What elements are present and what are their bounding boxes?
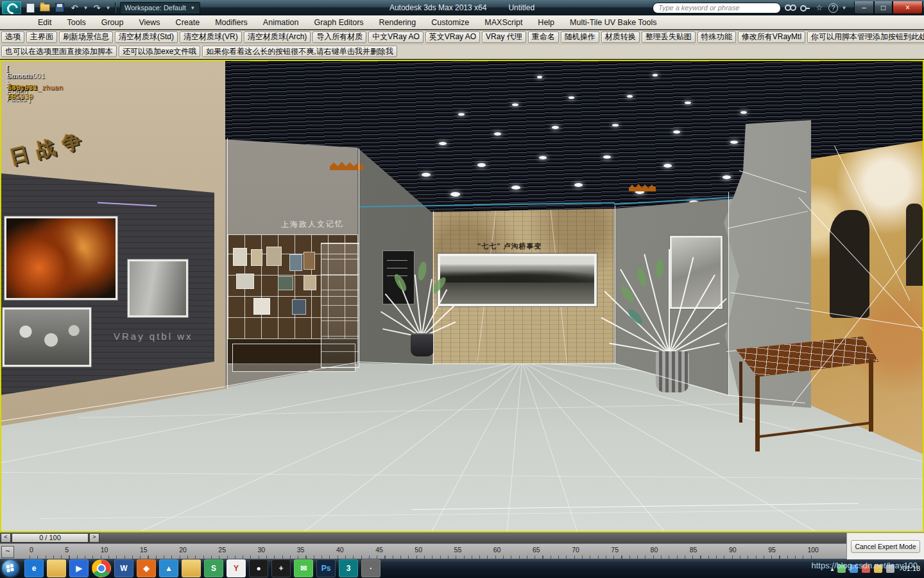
redo-caret-icon[interactable]: ▾ bbox=[105, 4, 111, 11]
undo-icon: ↶ bbox=[71, 3, 78, 13]
mini-curve-editor-icon[interactable]: ~ bbox=[1, 546, 14, 558]
mural-figure bbox=[830, 210, 869, 318]
maximize-button[interactable]: □ bbox=[874, 1, 893, 14]
timeline-tick: 10 bbox=[101, 546, 108, 554]
menu-rendering[interactable]: Rendering bbox=[372, 17, 424, 28]
menu-edit[interactable]: Edit bbox=[31, 17, 59, 28]
taskbar-icon-app-black-2[interactable]: + bbox=[271, 559, 291, 577]
help-icon[interactable]: ? bbox=[828, 3, 838, 13]
ceiling-light bbox=[539, 156, 547, 159]
next-frame-button[interactable]: > bbox=[89, 533, 99, 543]
close-button[interactable]: × bbox=[893, 1, 923, 14]
tb-refresh-scene-info[interactable]: 刷新场景信息 bbox=[59, 31, 113, 43]
menu-tools[interactable]: Tools bbox=[60, 17, 93, 28]
wireframe-line bbox=[359, 148, 359, 362]
tb-cn-vray-ao[interactable]: 中文VRay AO bbox=[368, 31, 423, 43]
tb-import-all-materials[interactable]: 导入所有材质 bbox=[312, 31, 366, 43]
ceiling-light bbox=[730, 141, 738, 144]
save-file-button[interactable] bbox=[53, 2, 66, 13]
tb-random-ops[interactable]: 随机操作 bbox=[561, 31, 599, 43]
tb-delete-hint[interactable]: 如果你看着这么长的按钮很不爽,请右键单击我并删除我 bbox=[202, 46, 397, 57]
help-caret-icon[interactable]: ▾ bbox=[841, 4, 847, 11]
timeline-tick: 30 bbox=[258, 546, 266, 554]
menu-customize[interactable]: Customize bbox=[424, 17, 476, 28]
taskbar-icon-explorer-folder[interactable] bbox=[47, 559, 66, 577]
track-bar[interactable]: ~ 0 5 10 15 20 25 30 35 40 45 50 55 60 6… bbox=[0, 543, 847, 559]
tb-main-ui[interactable]: 主界面 bbox=[26, 31, 57, 43]
stats-fps-value: 69.939 bbox=[8, 92, 33, 102]
workspace-dropdown[interactable]: Workspace: Default ▾ bbox=[120, 2, 200, 14]
potted-plant-right bbox=[619, 246, 718, 392]
open-file-button[interactable] bbox=[38, 2, 51, 13]
timeline-tick: 5 bbox=[65, 546, 69, 554]
taskbar-icon-photoshop[interactable]: Ps bbox=[316, 559, 336, 577]
timeline-tick: 75 bbox=[611, 546, 619, 554]
menu-animation[interactable]: Animation bbox=[256, 17, 306, 28]
taskbar-icon-3dsmax[interactable]: 3 bbox=[339, 559, 358, 577]
undo-caret-icon[interactable]: ▾ bbox=[83, 4, 89, 11]
taskbar-icon-wechat[interactable]: ✉ bbox=[294, 559, 313, 577]
book bbox=[278, 276, 293, 290]
menu-views[interactable]: Views bbox=[132, 17, 167, 28]
timeline-tick: 45 bbox=[375, 546, 383, 554]
taskbar-icon-app-gray[interactable]: · bbox=[361, 559, 381, 577]
tb-special-functions[interactable]: 特殊功能 bbox=[697, 31, 736, 43]
search-input[interactable] bbox=[653, 3, 781, 13]
wireframe-line bbox=[433, 211, 434, 364]
timeline-tick: 100 bbox=[807, 546, 819, 554]
tb-en-vray-ao[interactable]: 英文VRay AO bbox=[425, 31, 480, 43]
menu-group[interactable]: Group bbox=[94, 17, 131, 28]
tb-rename[interactable]: 重命名 bbox=[528, 31, 559, 43]
camera-viewport[interactable]: 日战争 上海政人文记忆 "七七" 卢沟桥事变 bbox=[0, 60, 924, 532]
separator bbox=[115, 3, 116, 13]
sign-in-key-icon[interactable] bbox=[799, 3, 810, 13]
new-file-button[interactable] bbox=[24, 2, 37, 13]
taskbar-icon-media-player[interactable]: ▶ bbox=[69, 559, 89, 577]
menu-create[interactable]: Create bbox=[169, 17, 207, 28]
taskbar-icon-word[interactable]: W bbox=[114, 559, 133, 577]
prev-frame-button[interactable]: < bbox=[1, 533, 11, 543]
start-button[interactable] bbox=[2, 560, 19, 577]
tb-options[interactable]: 选项 bbox=[1, 31, 24, 43]
undo-button[interactable]: ↶ bbox=[68, 2, 81, 13]
taskbar-icon-ie[interactable]: e bbox=[24, 559, 44, 577]
taskbar-icon-folder[interactable] bbox=[182, 559, 201, 577]
taskbar-icon-app-black[interactable]: ● bbox=[249, 559, 268, 577]
3dsmax-app-logo[interactable] bbox=[2, 1, 21, 14]
wireframe-line bbox=[227, 138, 228, 389]
timeline-tick: 25 bbox=[218, 546, 226, 554]
menu-help[interactable]: Help bbox=[531, 17, 561, 28]
search-binoculars-icon[interactable] bbox=[784, 3, 796, 13]
minimize-button[interactable]: – bbox=[854, 1, 874, 14]
plant-leaf bbox=[669, 257, 694, 354]
tb-options-hint[interactable]: 也可以在选项里面直接添加脚本 bbox=[1, 46, 117, 57]
favorites-star-icon[interactable]: ☆ bbox=[814, 3, 825, 13]
taskbar-icon-chrome[interactable] bbox=[92, 559, 111, 577]
tb-exe-hint[interactable]: 还可以添加exe文件哦 bbox=[119, 46, 200, 57]
tb-clear-material-std[interactable]: 清空材质球(Std) bbox=[115, 31, 178, 43]
taskbar-icon-app-white[interactable]: Y bbox=[227, 559, 246, 577]
tb-clear-material-arch[interactable]: 清空材质球(Arch) bbox=[244, 31, 311, 43]
tb-clear-material-vr[interactable]: 清空材质球(VR) bbox=[180, 31, 242, 43]
time-slider-handle[interactable]: 0 / 100 bbox=[12, 533, 89, 543]
taskbar-icon-app-green[interactable]: S bbox=[204, 559, 223, 577]
3dsmax-window: ↶ ▾ ↷ ▾ Workspace: Default ▾ Autodesk 3d… bbox=[0, 0, 924, 578]
menu-maxscript[interactable]: MAXScript bbox=[477, 17, 529, 28]
tb-script-manager-hint[interactable]: 你可以用脚本管理添加按钮到此处 bbox=[807, 31, 924, 43]
taskbar-icon-app-blue[interactable]: ▲ bbox=[159, 559, 178, 577]
book bbox=[304, 252, 315, 270]
redo-button[interactable]: ↷ bbox=[90, 2, 103, 13]
menu-graph-editors[interactable]: Graph Editors bbox=[307, 17, 370, 28]
script-toolbar-row1: 选项 主界面 刷新场景信息 清空材质球(Std) 清空材质球(VR) 清空材质球… bbox=[0, 30, 924, 44]
tb-modify-all-vraymtl[interactable]: 修改所有VRayMtl bbox=[738, 31, 805, 43]
taskbar-icon-app-orange[interactable]: ◆ bbox=[137, 559, 156, 577]
tb-vray-proxy[interactable]: VRay 代理 bbox=[482, 31, 526, 43]
tb-material-convert[interactable]: 材质转换 bbox=[601, 31, 640, 43]
menu-modifiers[interactable]: Modifiers bbox=[208, 17, 255, 28]
menu-multitile-uv-bake[interactable]: Multi-Tile UV Bake Tools bbox=[563, 17, 663, 28]
csdn-watermark: https://blog.csdn.net/leay100 bbox=[811, 561, 918, 570]
tb-fix-missing-maps[interactable]: 整理丢失贴图 bbox=[642, 31, 696, 43]
timeline-tick: 50 bbox=[415, 546, 422, 554]
scene-watermark: VRay qtbl wx bbox=[114, 331, 193, 342]
cancel-expert-mode-button[interactable]: Cancel Expert Mode bbox=[851, 540, 920, 553]
